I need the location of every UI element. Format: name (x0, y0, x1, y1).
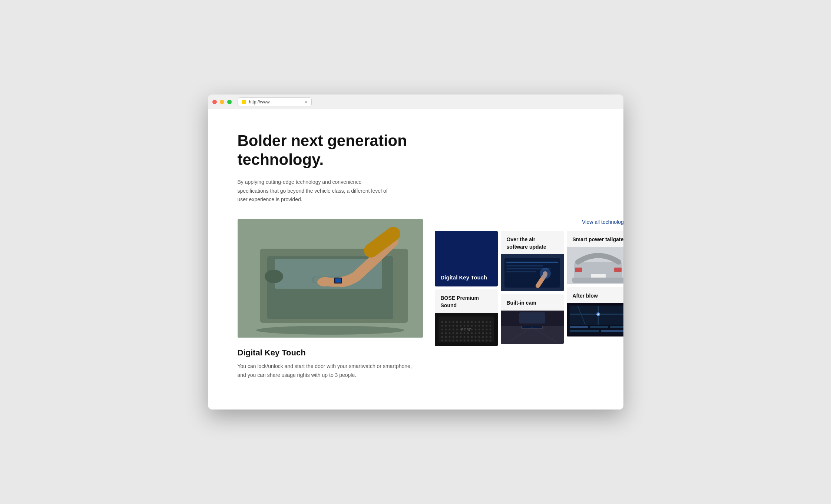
svg-point-31 (452, 325, 454, 327)
svg-point-82 (486, 336, 487, 338)
svg-point-95 (482, 340, 484, 342)
svg-point-84 (441, 340, 443, 342)
minimize-button[interactable] (220, 100, 224, 104)
svg-rect-10 (335, 279, 341, 282)
svg-point-25 (482, 321, 484, 323)
svg-point-32 (456, 325, 458, 327)
svg-rect-130 (570, 330, 599, 332)
svg-point-91 (467, 340, 469, 342)
ota-label: Over the air software update (507, 236, 558, 251)
svg-point-53 (482, 329, 484, 331)
view-all-technology-link[interactable]: View all technology › (582, 219, 623, 225)
svg-point-69 (489, 332, 491, 334)
svg-point-58 (448, 332, 450, 334)
svg-point-37 (474, 325, 476, 327)
svg-point-29 (445, 325, 447, 327)
grid-column-2: Over the air software update (501, 231, 564, 346)
svg-rect-123 (570, 306, 623, 325)
grid-column-1: Digital Key Touch BOSE Premium Sound (435, 231, 498, 346)
svg-point-87 (452, 340, 454, 342)
close-button[interactable] (212, 100, 217, 104)
svg-point-46 (456, 329, 458, 331)
svg-point-17 (452, 321, 454, 323)
selected-feature-description: You can lock/unlock and start the door w… (238, 362, 416, 380)
grid-item-after-blow[interactable]: After blow (567, 287, 623, 337)
afterblow-image-part (567, 303, 623, 336)
svg-point-24 (478, 321, 480, 323)
svg-point-83 (489, 336, 491, 338)
svg-point-57 (445, 332, 447, 334)
grid-item-digital-key-touch[interactable]: Digital Key Touch (435, 231, 498, 286)
svg-point-133 (597, 314, 599, 315)
svg-point-92 (471, 340, 473, 342)
svg-point-14 (441, 321, 443, 323)
svg-point-80 (478, 336, 480, 338)
svg-point-7 (317, 278, 332, 286)
svg-point-65 (474, 332, 476, 334)
svg-point-28 (441, 325, 443, 327)
svg-point-73 (452, 336, 454, 338)
svg-point-55 (489, 329, 491, 331)
svg-point-30 (448, 325, 450, 327)
svg-point-72 (448, 336, 450, 338)
selected-feature-title: Digital Key Touch (238, 348, 423, 358)
svg-point-88 (456, 340, 458, 342)
svg-point-15 (445, 321, 447, 323)
svg-rect-127 (570, 326, 588, 328)
svg-point-39 (482, 325, 484, 327)
svg-point-77 (467, 336, 469, 338)
svg-point-89 (460, 340, 461, 342)
svg-point-38 (478, 325, 480, 327)
builtin-cam-text-part: Built-in cam (501, 294, 564, 311)
svg-point-68 (486, 332, 487, 334)
svg-point-60 (456, 332, 458, 334)
ota-text-part: Over the air software update (501, 231, 564, 254)
svg-point-26 (486, 321, 487, 323)
svg-point-27 (489, 321, 491, 323)
svg-point-93 (474, 340, 476, 342)
svg-point-52 (478, 329, 480, 331)
svg-point-79 (474, 336, 476, 338)
svg-rect-104 (506, 271, 536, 272)
technology-grid: Digital Key Touch BOSE Premium Sound (435, 231, 623, 346)
grid-item-smart-power-tailgate[interactable]: Smart power tailgate (567, 231, 623, 284)
svg-point-61 (460, 332, 461, 334)
page-description: By applying cutting-edge technology and … (238, 178, 393, 204)
svg-point-22 (471, 321, 473, 323)
grid-item-built-in-cam[interactable]: Built-in cam (501, 294, 564, 344)
svg-point-59 (452, 332, 454, 334)
svg-point-63 (467, 332, 469, 334)
svg-point-36 (471, 325, 473, 327)
url-bar[interactable]: http://www × (238, 97, 312, 106)
svg-rect-120 (572, 278, 623, 283)
svg-point-33 (460, 325, 461, 327)
tailgate-label: Smart power tailgate (573, 236, 623, 243)
svg-point-62 (463, 332, 465, 334)
svg-rect-102 (506, 265, 543, 266)
digital-key-touch-label: Digital Key Touch (441, 274, 487, 281)
svg-point-76 (463, 336, 465, 338)
svg-point-97 (489, 340, 491, 342)
grid-item-bose-premium-sound[interactable]: BOSE Premium Sound (435, 289, 498, 346)
svg-point-34 (463, 325, 465, 327)
left-section: Digital Key Touch You can lock/unlock an… (238, 219, 423, 380)
svg-point-20 (463, 321, 465, 323)
maximize-button[interactable] (227, 100, 232, 104)
content-layout: Digital Key Touch You can lock/unlock an… (238, 219, 594, 380)
svg-point-78 (471, 336, 473, 338)
grid-item-over-the-air[interactable]: Over the air software update (501, 231, 564, 291)
svg-text:BOSE: BOSE (461, 328, 471, 332)
svg-point-70 (441, 336, 443, 338)
right-section: View all technology › Digital Key Touch (435, 219, 623, 346)
svg-rect-129 (610, 326, 623, 328)
svg-point-56 (441, 332, 443, 334)
builtin-cam-image-part (501, 311, 564, 344)
page-content: Bolder next generation technology. By ap… (208, 109, 623, 410)
page-title: Bolder next generation technology. (238, 132, 416, 169)
svg-rect-131 (601, 330, 623, 332)
tab-close-icon[interactable]: × (304, 99, 307, 105)
svg-point-19 (460, 321, 461, 323)
svg-point-67 (482, 332, 484, 334)
right-header: View all technology › (435, 219, 623, 225)
svg-rect-117 (575, 268, 582, 272)
